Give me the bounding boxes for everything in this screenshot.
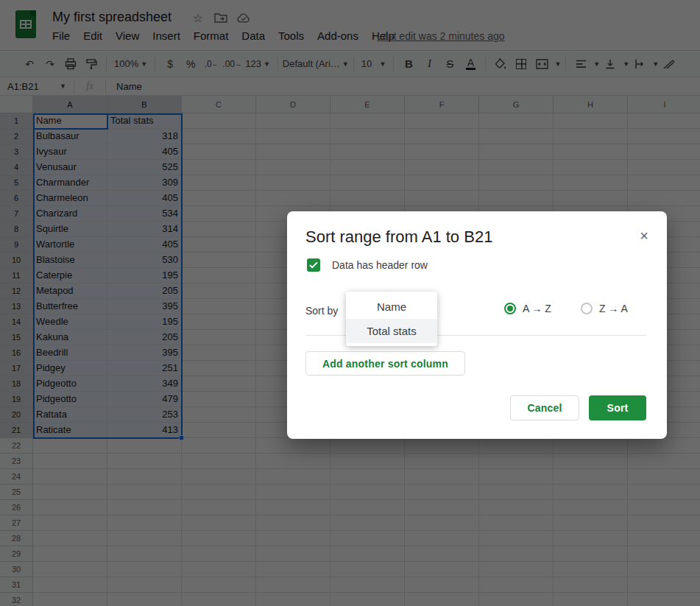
radio-label: A → Z [523, 303, 551, 314]
checkbox-label: Data has header row [332, 259, 428, 271]
dialog-title: Sort range from A1 to B21 [305, 228, 492, 247]
sort-column-dropdown-menu: NameTotal stats [346, 292, 437, 346]
header-row-checkbox-row[interactable]: Data has header row [307, 258, 428, 272]
cancel-button[interactable]: Cancel [510, 395, 579, 420]
sort-by-label: Sort by [305, 305, 338, 317]
google-sheets-app: My first spreadsheet ☆ FileEditViewInser… [0, 0, 700, 606]
radio-option-asc[interactable]: A → Z [504, 303, 551, 314]
radio-unselected-icon[interactable] [581, 303, 593, 314]
dropdown-option-total-stats[interactable]: Total stats [346, 319, 437, 343]
radio-option-desc[interactable]: Z → A [581, 303, 628, 314]
radio-selected-icon[interactable] [504, 303, 516, 314]
dropdown-option-name[interactable]: Name [346, 295, 437, 319]
sort-direction-radio-group: A → ZZ → A [504, 303, 628, 314]
checkbox-checked-icon[interactable] [307, 258, 320, 272]
sort-button[interactable]: Sort [589, 395, 646, 420]
radio-label: Z → A [599, 303, 628, 314]
add-sort-column-button[interactable]: Add another sort column [305, 351, 465, 376]
sort-range-dialog: Sort range from A1 to B21 × Data has hea… [287, 211, 667, 439]
close-icon[interactable]: × [634, 226, 654, 245]
